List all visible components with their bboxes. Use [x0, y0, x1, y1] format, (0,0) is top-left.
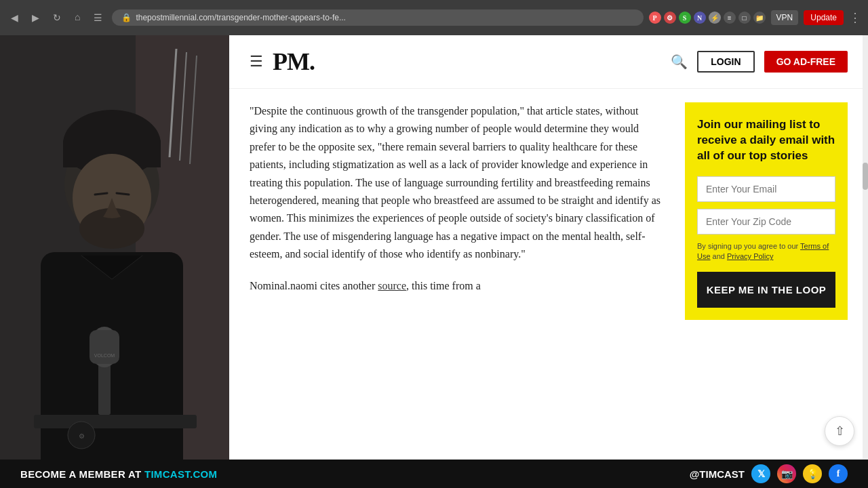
mailing-widget: Join our mailing list to receive a daily…	[685, 102, 848, 320]
ext-icon-1: P	[649, 12, 661, 24]
timcast-handle: @TIMCAST	[690, 468, 745, 480]
svg-line-11	[95, 193, 107, 195]
header-right: 🔍 LOGIN GO AD-FREE	[671, 51, 848, 73]
vpn-button[interactable]: VPN	[771, 10, 799, 25]
browser-chrome: ◀ ▶ ↻ ⌂ ☰ 🔒 thepostmillennial.com/transg…	[0, 0, 868, 35]
email-input[interactable]	[697, 176, 835, 202]
ext-icon-8: 📁	[753, 12, 766, 24]
bottom-bar-right: @TIMCAST 𝕏 📷 💡 f	[690, 464, 848, 483]
refresh-button[interactable]: ↻	[49, 9, 65, 26]
article-area: "Despite the continuous growth of the tr…	[229, 89, 868, 459]
twitter-icon[interactable]: 𝕏	[751, 464, 770, 483]
main-wrapper: VOLCOM ⚙ ☰ PM. 🔍 LOGIN GO AD-FREE	[0, 35, 868, 460]
keep-me-in-loop-button[interactable]: KEEP ME IN THE LOOP	[697, 272, 835, 308]
extension-icons: P ⚙ S N ⚡ ≡ □ 📁	[649, 12, 766, 24]
paragraph2-end: , this time from a	[406, 280, 481, 291]
lightbulb-icon[interactable]: 💡	[803, 464, 822, 483]
zip-input[interactable]	[697, 209, 835, 235]
facebook-icon[interactable]: f	[829, 464, 848, 483]
svg-line-12	[117, 193, 129, 195]
ext-icon-2: ⚙	[664, 12, 676, 24]
scrollbar[interactable]	[863, 35, 868, 460]
back-button[interactable]: ◀	[7, 9, 22, 26]
site-logo: PM.	[273, 47, 315, 76]
svg-rect-14	[98, 361, 111, 415]
url-bar[interactable]: 🔒 thepostmillennial.com/transgender-moth…	[112, 9, 643, 26]
home-button[interactable]: ⌂	[71, 9, 84, 26]
ext-icon-5: ⚡	[709, 12, 721, 24]
article-text: "Despite the continuous growth of the tr…	[250, 102, 685, 445]
menu-dots-button[interactable]: ⋮	[849, 10, 861, 25]
tos-and: and	[711, 252, 727, 260]
svg-text:⚙: ⚙	[79, 432, 85, 440]
article-sidebar: Join our mailing list to receive a daily…	[685, 102, 848, 445]
tos-text: By signing up you agree to our Terms of …	[697, 241, 835, 262]
forward-button[interactable]: ▶	[28, 9, 43, 26]
bottom-bar-text: BECOME A MEMBER AT	[20, 468, 144, 480]
svg-text:VOLCOM: VOLCOM	[94, 353, 115, 358]
svg-rect-16	[90, 330, 119, 364]
scrollbar-thumb[interactable]	[863, 163, 868, 190]
svg-rect-18	[34, 415, 197, 428]
ext-icon-6: ≡	[724, 12, 736, 24]
mailing-title: Join our mailing list to receive a daily…	[697, 117, 835, 164]
bookmark-button[interactable]: ☰	[90, 9, 106, 26]
bottom-bar-highlight: TIMCAST.COM	[144, 468, 217, 480]
content-panel: ☰ PM. 🔍 LOGIN GO AD-FREE "Despite the co…	[229, 35, 868, 460]
video-content: VOLCOM ⚙	[0, 35, 229, 460]
login-button[interactable]: LOGIN	[697, 51, 754, 73]
ext-icon-4: N	[694, 12, 706, 24]
paragraph2-start: Nominal.naomi cites another	[250, 280, 378, 291]
header-left: ☰ PM.	[250, 47, 315, 76]
ext-icon-7: □	[738, 12, 751, 24]
chevron-up-icon: ⇧	[835, 424, 845, 439]
video-panel: VOLCOM ⚙	[0, 35, 229, 460]
go-ad-free-button[interactable]: GO AD-FREE	[764, 51, 848, 73]
privacy-link[interactable]: Privacy Policy	[727, 252, 773, 260]
instagram-icon[interactable]: 📷	[777, 464, 796, 483]
source-link[interactable]: source	[378, 280, 406, 291]
tos-text-start: By signing up you agree to our	[697, 242, 800, 250]
ext-icon-3: S	[679, 12, 691, 24]
article-paragraph-1: "Despite the continuous growth of the tr…	[250, 102, 665, 264]
bottom-bar-left: BECOME A MEMBER AT TIMCAST.COM	[20, 468, 217, 480]
site-header: ☰ PM. 🔍 LOGIN GO AD-FREE	[229, 35, 868, 89]
video-background: VOLCOM ⚙	[0, 35, 229, 460]
article-paragraph-2: Nominal.naomi cites another source, this…	[250, 277, 665, 295]
url-text: thepostmillennial.com/transgender-mother…	[136, 13, 345, 22]
hamburger-icon[interactable]: ☰	[250, 53, 263, 70]
bottom-bar: BECOME A MEMBER AT TIMCAST.COM @TIMCAST …	[0, 460, 868, 488]
update-button[interactable]: Update	[804, 10, 844, 25]
scroll-up-button[interactable]: ⇧	[825, 416, 854, 446]
search-icon[interactable]: 🔍	[671, 54, 688, 70]
